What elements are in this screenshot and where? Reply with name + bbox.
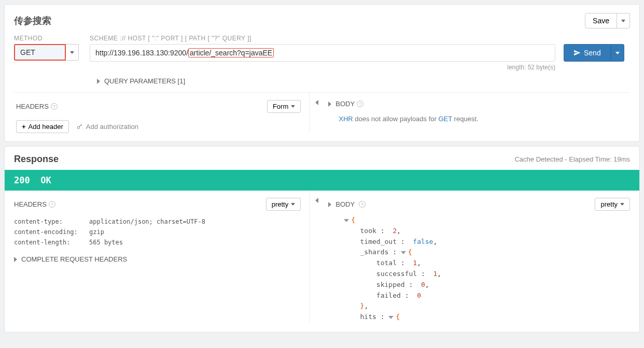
header-row: content-length:565 bytes <box>14 239 301 246</box>
response-split-divider <box>310 191 324 323</box>
send-button[interactable]: Send <box>564 44 611 62</box>
json-line: { <box>344 215 630 226</box>
header-key: content-length: <box>14 239 89 246</box>
json-line: }, <box>344 301 630 312</box>
add-header-label: Add header <box>29 123 63 130</box>
response-meta: Cache Detected - Elapsed Time: 19ms <box>514 155 630 163</box>
url-plain-part: http://139.196.183.130:9200/ <box>95 49 188 57</box>
caret-down-icon <box>615 52 620 54</box>
json-line: skipped : 0, <box>344 280 630 291</box>
help-icon[interactable]: ? <box>357 100 363 107</box>
save-button[interactable]: Save <box>585 13 617 28</box>
header-value: gzip <box>89 228 104 236</box>
response-headers-list: content-type:application/json; charset=U… <box>14 218 301 246</box>
url-input[interactable]: http://139.196.183.130:9200/article/_sea… <box>90 44 555 62</box>
headers-label-text: HEADERS <box>16 103 49 110</box>
complete-headers-toggle[interactable]: COMPLETE REQUEST HEADERS <box>14 255 301 263</box>
panel-title: 传参搜索 <box>14 15 51 27</box>
query-params-toggle[interactable]: QUERY PARAMETERS [1] <box>14 77 630 85</box>
add-auth-label: Add authorization <box>86 123 138 130</box>
triangle-down-icon[interactable] <box>401 251 406 254</box>
headers-section-label: HEADERS ? <box>16 103 58 110</box>
header-row: content-encoding:gzip <box>14 228 301 236</box>
json-line: took : 2, <box>344 226 630 237</box>
save-button-label: Save <box>593 17 609 25</box>
method-caret[interactable] <box>66 44 79 61</box>
triangle-left-icon[interactable] <box>315 100 318 105</box>
json-line: total : 1, <box>344 258 630 269</box>
send-spacer <box>564 35 630 42</box>
paper-plane-icon <box>573 49 581 56</box>
query-params-label: QUERY PARAMETERS [1] <box>104 77 185 85</box>
send-label: Send <box>584 49 601 57</box>
status-text: OK <box>40 175 51 185</box>
request-panel: 传参搜索 Save METHOD GET SCHEME :// HOST [ "… <box>4 4 640 142</box>
key-icon <box>76 123 83 130</box>
json-line: hits : { <box>344 312 630 323</box>
plus-icon: + <box>22 123 26 130</box>
json-line: _shards : { <box>344 247 630 258</box>
help-icon[interactable]: ? <box>359 201 366 208</box>
send-caret[interactable] <box>611 44 624 62</box>
method-label: METHOD <box>14 35 81 42</box>
pretty-toggle-right[interactable]: pretty <box>595 198 630 211</box>
json-line: failed : 0 <box>344 291 630 301</box>
add-header-button[interactable]: + Add header <box>16 120 69 133</box>
triangle-right-icon[interactable] <box>328 202 331 207</box>
caret-down-icon <box>291 105 295 108</box>
help-icon[interactable]: ? <box>51 103 58 110</box>
split-divider <box>310 93 324 133</box>
body-section-label: BODY ? <box>335 100 363 108</box>
response-panel: Response Cache Detected - Elapsed Time: … <box>4 146 640 332</box>
header-key: content-type: <box>14 218 89 225</box>
complete-headers-label: COMPLETE REQUEST HEADERS <box>21 255 127 263</box>
body-label-text: BODY <box>335 200 355 208</box>
triangle-right-icon[interactable] <box>328 102 331 107</box>
json-body: { took : 2, timed_out : false, _shards :… <box>328 211 630 323</box>
header-value: application/json; charset=UTF-8 <box>89 218 205 225</box>
save-group: Save <box>585 13 630 28</box>
url-highlight-part: article/_search?q=javaEE <box>188 48 274 57</box>
xhr-link[interactable]: XHR <box>339 115 353 123</box>
body-label-text: BODY <box>335 100 355 108</box>
pretty-label: pretty <box>600 200 618 208</box>
body-msg-suffix: request. <box>452 115 479 123</box>
status-code: 200 <box>14 175 30 185</box>
triangle-right-icon <box>97 79 100 84</box>
caret-down-icon <box>621 20 625 22</box>
body-message: XHR does not allow payloads for GET requ… <box>328 115 628 123</box>
add-auth-button[interactable]: Add authorization <box>76 123 138 130</box>
url-label: SCHEME :// HOST [ ":" PORT ] [ PATH [ "?… <box>90 35 555 42</box>
triangle-right-icon <box>14 257 17 262</box>
triangle-left-icon[interactable] <box>315 198 318 203</box>
caret-down-icon <box>291 203 295 206</box>
get-link[interactable]: GET <box>438 115 452 123</box>
body-msg-middle: does not allow payloads for <box>353 115 439 123</box>
header-key: content-encoding: <box>14 228 89 236</box>
svg-point-0 <box>77 126 79 128</box>
form-label: Form <box>273 103 288 110</box>
pretty-toggle-left[interactable]: pretty <box>266 198 301 211</box>
header-row: content-type:application/json; charset=U… <box>14 218 301 225</box>
triangle-down-icon[interactable] <box>388 316 394 319</box>
save-caret[interactable] <box>617 13 630 28</box>
pretty-label: pretty <box>272 200 289 208</box>
response-title: Response <box>14 154 59 165</box>
help-icon[interactable]: ? <box>49 201 55 208</box>
form-toggle[interactable]: Form <box>267 100 301 113</box>
json-line: successful : 1, <box>344 269 630 280</box>
headers-label-text: HEADERS <box>14 200 47 208</box>
method-select[interactable]: GET <box>14 44 81 61</box>
json-line: timed_out : false, <box>344 237 630 248</box>
caret-down-icon <box>620 203 624 206</box>
status-bar: 200 OK <box>5 170 639 191</box>
url-length-label: length: 52 byte(s) <box>90 64 555 71</box>
method-value: GET <box>14 44 66 61</box>
response-headers-label: HEADERS ? <box>14 200 55 208</box>
caret-down-icon <box>70 51 74 54</box>
header-value: 565 bytes <box>89 239 123 246</box>
triangle-down-icon[interactable] <box>344 219 349 222</box>
